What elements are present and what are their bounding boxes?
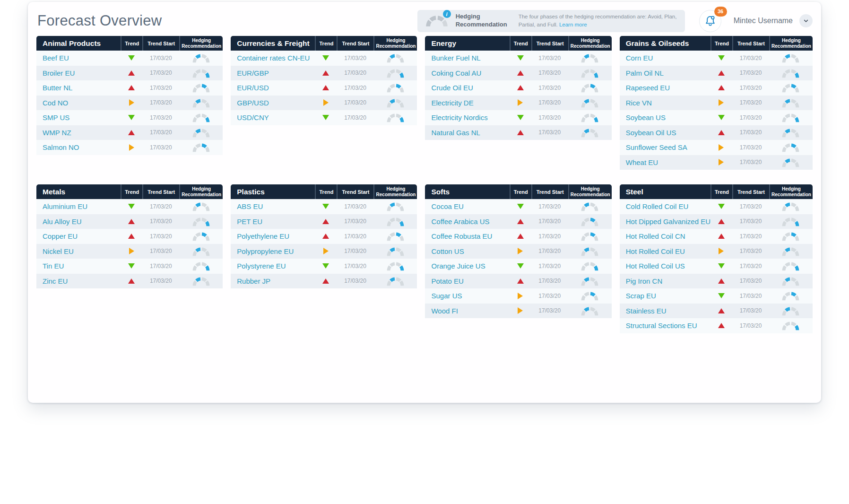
hedging-gauge-icon [580,111,600,124]
commodity-link[interactable]: USD/CNY [231,113,315,122]
column-header-trend-start: Trend Start [732,184,769,199]
hedging-gauge-icon [780,304,801,317]
notifications-button[interactable]: 36 [699,10,721,32]
commodity-link[interactable]: Wheat EU [620,158,710,166]
trend-arrow-icon [718,263,725,269]
commodity-link[interactable]: Electricity Nordics [425,113,509,122]
commodity-link[interactable]: Aluminium EU [36,202,121,210]
trend-cell [710,99,732,106]
commodity-link[interactable]: Hot Rolled Coil US [620,262,710,270]
commodity-row: Soybean Oil US 17/03/20 [620,125,813,140]
trend-start-date: 17/03/20 [142,278,179,284]
commodity-link[interactable]: Electricity DE [425,99,509,107]
commodity-row: Pig Iron CN 17/03/20 [620,274,813,289]
trend-cell [510,248,531,254]
commodity-link[interactable]: Alu Alloy EU [36,217,121,226]
trend-cell [315,55,337,61]
learn-more-link[interactable]: Learn more [559,22,587,27]
commodity-link[interactable]: Structural Sections EU [620,322,710,330]
panel-header: Plastics Trend Trend Start Hedging Recom… [231,184,417,199]
commodity-link[interactable]: Coking Coal AU [425,69,509,77]
trend-arrow-icon [129,144,134,151]
trend-cell [710,323,732,328]
commodity-link[interactable]: Wood FI [425,307,509,315]
commodity-link[interactable]: Soybean US [620,113,710,122]
commodity-link[interactable]: Bunker Fuel NL [425,54,509,62]
trend-start-date: 17/03/20 [337,99,373,106]
trend-arrow-icon [129,99,134,106]
column-header-trend: Trend [315,36,337,51]
commodity-link[interactable]: Stainless EU [620,307,710,315]
commodity-link[interactable]: Polystyrene EU [231,262,315,270]
column-header-trend-start: Trend Start [531,36,568,51]
hedge-cell [373,230,417,243]
hedging-gauge-icon [385,81,406,94]
commodity-link[interactable]: Cod NO [36,99,121,107]
trend-cell [510,99,531,106]
hedging-gauge-icon [191,245,211,258]
user-menu-button[interactable] [799,14,813,27]
commodity-link[interactable]: GBP/USD [231,99,315,107]
commodity-link[interactable]: Butter NL [36,84,121,92]
commodity-link[interactable]: Scrap EU [620,292,710,300]
commodity-link[interactable]: Natural Gas NL [425,129,509,137]
commodity-row: Broiler EU 17/03/20 [36,66,223,81]
commodity-link[interactable]: PET EU [231,217,315,226]
hedge-cell [179,275,223,287]
commodity-row: Cold Rolled Coil EU 17/03/20 [620,199,813,214]
hedge-cell [373,96,417,109]
commodity-link[interactable]: Beef EU [36,54,121,62]
hedging-gauge-icon [385,245,406,258]
hedge-cell [769,81,813,94]
commodity-link[interactable]: Orange Juice US [425,262,509,270]
commodity-link[interactable]: Copper EU [36,232,121,240]
commodity-link[interactable]: Hot Dipped Galvanized EU [620,217,710,226]
commodity-link[interactable]: Hot Rolled Coil EU [620,247,710,255]
commodity-link[interactable]: Cotton US [425,247,509,255]
commodity-link[interactable]: Hot Rolled Coil CN [620,232,710,240]
commodity-link[interactable]: Palm Oil NL [620,69,710,77]
commodity-row: Scrap EU 17/03/20 [620,288,813,304]
commodity-link[interactable]: Rapeseed EU [620,84,710,92]
commodity-link[interactable]: Potato EU [425,277,509,285]
commodity-link[interactable]: Soybean Oil US [620,129,710,137]
commodity-link[interactable]: Rice VN [620,99,710,107]
commodity-link[interactable]: Broiler EU [36,69,121,77]
commodity-link[interactable]: Coffee Arabica US [425,217,509,226]
commodity-row: Polypropylene EU 17/03/20 [231,244,417,259]
commodity-row: Corn EU 17/03/20 [620,51,813,66]
commodity-link[interactable]: Zinc EU [36,277,121,285]
column-header-hedging: Hedging Recommendation [769,184,813,199]
commodity-link[interactable]: SMP US [36,113,121,122]
commodity-link[interactable]: Cold Rolled Coil EU [620,202,710,210]
commodity-link[interactable]: EUR/USD [231,84,315,92]
commodity-link[interactable]: Nickel EU [36,247,121,255]
commodity-link[interactable]: Sugar US [425,292,509,300]
commodity-link[interactable]: Salmon NO [36,143,121,151]
commodity-link[interactable]: WMP NZ [36,129,121,137]
hedging-gauge-icon [191,81,211,94]
commodity-link[interactable]: Rubber JP [231,277,315,285]
commodity-link[interactable]: Sunflower Seed SA [620,143,710,151]
commodity-link[interactable]: Tin EU [36,262,121,270]
panel-title: Plastics [231,184,315,199]
commodity-link[interactable]: Coffee Robusta EU [425,232,509,240]
username-label[interactable]: Mintec Username [734,17,793,25]
trend-start-date: 17/03/20 [142,203,179,210]
hedging-gauge-icon [191,230,211,243]
bell-icon [704,15,717,27]
commodity-link[interactable]: Polyethylene EU [231,232,315,240]
commodity-link[interactable]: ABS EU [231,202,315,210]
commodity-link[interactable]: Crude Oil EU [425,84,509,92]
commodity-row: Hot Rolled Coil US 17/03/20 [620,259,813,274]
commodity-link[interactable]: Pig Iron CN [620,277,710,285]
trend-arrow-icon [718,85,725,90]
commodity-link[interactable]: EUR/GBP [231,69,315,77]
commodity-link[interactable]: Corn EU [620,54,710,62]
commodity-link[interactable]: Cocoa EU [425,202,509,210]
trend-start-date: 17/03/20 [142,129,179,136]
chevron-down-icon [802,17,810,25]
commodity-link[interactable]: Container rates CN-EU [231,54,315,62]
trend-start-date: 17/03/20 [732,233,769,240]
commodity-link[interactable]: Polypropylene EU [231,247,315,255]
